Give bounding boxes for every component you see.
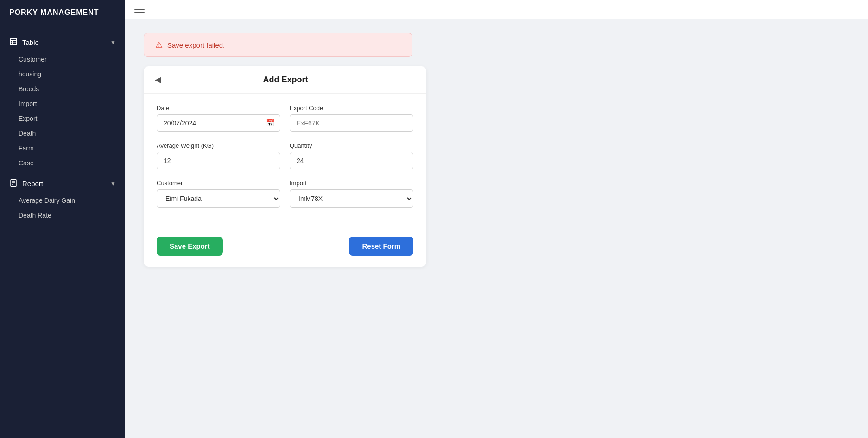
date-group: Date 📅	[157, 105, 280, 132]
hamburger-menu[interactable]	[134, 6, 145, 13]
main-area: ⚠ Save export failed. ◀ Add Export Date …	[125, 0, 868, 438]
card-body: Date 📅 Export Code	[144, 94, 426, 229]
app-title: PORKY MANAGEMENT	[0, 0, 125, 25]
quantity-label: Quantity	[290, 142, 413, 149]
card-title: Add Export	[167, 75, 415, 85]
chevron-down-icon-report: ▼	[110, 181, 116, 187]
sidebar-item-customer[interactable]: Customer	[9, 52, 125, 67]
table-icon	[9, 38, 18, 47]
add-export-card: ◀ Add Export Date 📅 Export Code	[144, 66, 426, 267]
back-button[interactable]: ◀	[155, 75, 161, 85]
sidebar-item-breeds[interactable]: Breeds	[9, 81, 125, 96]
topbar	[125, 0, 868, 19]
sidebar-section-report: Report ▼ Average Dairy Gain Death Rate	[0, 174, 125, 223]
sidebar: PORKY MANAGEMENT Table ▼	[0, 0, 125, 438]
form-row-2: Average Weight (KG) Quantity	[157, 142, 413, 169]
quantity-input[interactable]	[290, 152, 413, 169]
alert-error: ⚠ Save export failed.	[144, 33, 412, 57]
sidebar-report-toggle[interactable]: Report ▼	[0, 174, 125, 193]
reset-form-button[interactable]: Reset Form	[349, 237, 413, 256]
sidebar-item-average-dairy-gain[interactable]: Average Dairy Gain	[9, 193, 125, 208]
sidebar-nav: Table ▼ Customer housing Breeds Import E…	[0, 25, 125, 234]
content-area: ⚠ Save export failed. ◀ Add Export Date …	[125, 19, 868, 438]
customer-label: Customer	[157, 180, 280, 187]
sidebar-item-housing[interactable]: housing	[9, 67, 125, 81]
form-row-1: Date 📅 Export Code	[157, 105, 413, 132]
sidebar-table-toggle[interactable]: Table ▼	[0, 33, 125, 52]
customer-group: Customer Eimi Fukada John Doe Jane Smith	[157, 180, 280, 208]
form-row-3: Customer Eimi Fukada John Doe Jane Smith…	[157, 180, 413, 208]
avg-weight-group: Average Weight (KG)	[157, 142, 280, 169]
sidebar-item-import[interactable]: Import	[9, 96, 125, 111]
customer-select[interactable]: Eimi Fukada John Doe Jane Smith	[157, 189, 280, 208]
save-export-button[interactable]: Save Export	[157, 237, 223, 256]
date-label: Date	[157, 105, 280, 112]
card-header: ◀ Add Export	[144, 66, 426, 94]
avg-weight-label: Average Weight (KG)	[157, 142, 280, 149]
alert-message: Save export failed.	[167, 41, 225, 49]
sidebar-item-death[interactable]: Death	[9, 126, 125, 141]
import-group: Import ImM78X ImM001 ImM002	[290, 180, 413, 208]
date-input[interactable]	[157, 114, 280, 132]
sidebar-section-table: Table ▼ Customer housing Breeds Import E…	[0, 33, 125, 170]
quantity-group: Quantity	[290, 142, 413, 169]
sidebar-report-label: Report	[22, 180, 43, 188]
avg-weight-input[interactable]	[157, 152, 280, 169]
svg-rect-0	[10, 38, 17, 45]
import-label: Import	[290, 180, 413, 187]
sidebar-item-death-rate[interactable]: Death Rate	[9, 208, 125, 223]
sidebar-item-case[interactable]: Case	[9, 156, 125, 170]
sidebar-item-farm[interactable]: Farm	[9, 141, 125, 156]
report-icon	[9, 179, 18, 188]
alert-icon: ⚠	[155, 40, 163, 50]
sidebar-table-label: Table	[22, 38, 39, 46]
import-select[interactable]: ImM78X ImM001 ImM002	[290, 189, 413, 208]
export-code-input[interactable]	[290, 114, 413, 132]
sidebar-item-export[interactable]: Export	[9, 111, 125, 126]
card-footer: Save Export Reset Form	[144, 229, 426, 267]
export-code-label: Export Code	[290, 105, 413, 112]
chevron-down-icon: ▼	[110, 39, 116, 46]
sidebar-report-items: Average Dairy Gain Death Rate	[0, 193, 125, 223]
sidebar-table-items: Customer housing Breeds Import Export De…	[0, 52, 125, 170]
export-code-group: Export Code	[290, 105, 413, 132]
